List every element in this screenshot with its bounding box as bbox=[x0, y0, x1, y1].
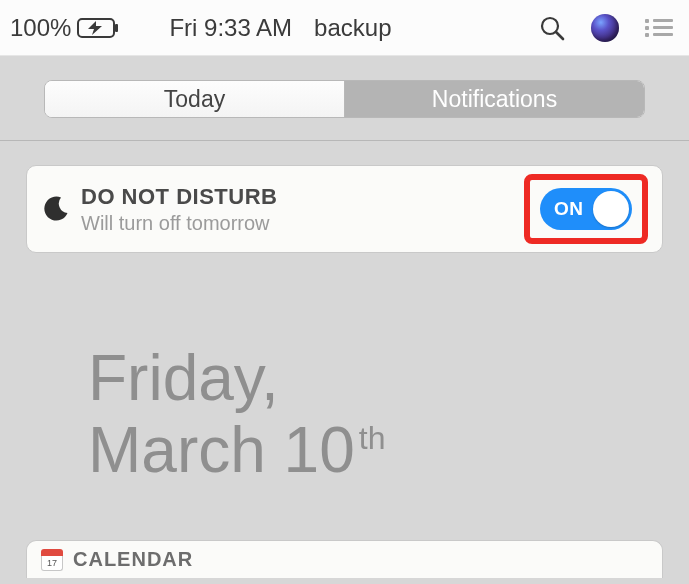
battery-charging-icon bbox=[77, 18, 119, 38]
calendar-header-label: CALENDAR bbox=[73, 548, 193, 571]
today-date-suffix: th bbox=[359, 420, 386, 456]
tab-bar: Today Notifications bbox=[44, 80, 645, 118]
today-date-line2: March 10th bbox=[88, 415, 689, 487]
battery-status[interactable]: 100% bbox=[10, 14, 119, 42]
dnd-subtitle: Will turn off tomorrow bbox=[81, 212, 524, 235]
dnd-toggle[interactable]: ON bbox=[540, 188, 632, 230]
svg-marker-2 bbox=[88, 21, 102, 35]
siri-icon[interactable] bbox=[591, 14, 619, 42]
today-date-prefix: March 10 bbox=[88, 414, 355, 486]
tab-notifications-label: Notifications bbox=[432, 86, 557, 113]
today-date: Friday, March 10th bbox=[88, 343, 689, 486]
calendar-icon: 17 bbox=[41, 549, 63, 571]
dnd-toggle-label: ON bbox=[554, 198, 584, 220]
menu-bar: 100% Fri 9:33 AM backup bbox=[0, 0, 689, 56]
search-icon[interactable] bbox=[539, 15, 565, 41]
today-content: DO NOT DISTURB Will turn off tomorrow ON… bbox=[0, 165, 689, 578]
dnd-title: DO NOT DISTURB bbox=[81, 184, 524, 210]
do-not-disturb-card: DO NOT DISTURB Will turn off tomorrow ON bbox=[26, 165, 663, 253]
menu-bar-clock[interactable]: Fri 9:33 AM bbox=[169, 14, 292, 42]
calendar-widget-header[interactable]: 17 CALENDAR bbox=[26, 540, 663, 578]
notification-center-icon[interactable] bbox=[645, 16, 673, 40]
tab-bar-container: Today Notifications bbox=[0, 56, 689, 141]
tab-today[interactable]: Today bbox=[45, 81, 344, 117]
menu-bar-app-name[interactable]: backup bbox=[314, 14, 391, 42]
svg-line-4 bbox=[556, 32, 563, 39]
today-date-line1: Friday, bbox=[88, 343, 689, 415]
tab-notifications[interactable]: Notifications bbox=[344, 81, 644, 117]
svg-rect-1 bbox=[115, 24, 118, 32]
dnd-toggle-knob bbox=[593, 191, 629, 227]
tab-today-label: Today bbox=[164, 86, 225, 113]
dnd-toggle-highlight: ON bbox=[524, 174, 648, 244]
battery-percent-label: 100% bbox=[10, 14, 71, 42]
moon-icon bbox=[39, 195, 73, 223]
